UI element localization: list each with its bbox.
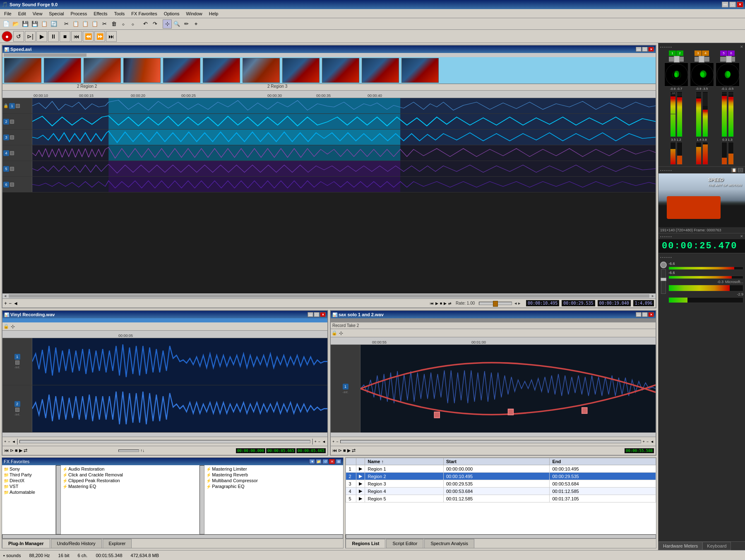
ch12-fader[interactable]	[669, 57, 684, 62]
vinyl-remove-btn[interactable]: −	[8, 440, 10, 444]
region-play-5[interactable]: ▶	[356, 495, 365, 502]
vinyl-content-1[interactable]	[32, 338, 327, 385]
sax-go-start-btn[interactable]: ⏮	[332, 448, 337, 453]
fx-left-vscroll[interactable]	[199, 465, 204, 534]
speed-avi-titlebar[interactable]: 📊 Speed.avi — □ ✕	[2, 46, 656, 53]
loop-button[interactable]: ↺	[13, 31, 24, 42]
sax-scroll-top[interactable]	[331, 318, 656, 322]
fx-tree-vscroll[interactable]	[56, 465, 61, 534]
speedavi-maximize[interactable]: □	[642, 47, 648, 52]
rate-slider[interactable]	[479, 302, 512, 305]
vinyl-mute-2[interactable]	[15, 408, 19, 412]
vinyl-zoom-fit-btn[interactable]: ◄	[322, 440, 326, 444]
menu-edit[interactable]: Edit	[15, 10, 29, 17]
ch34-fader[interactable]	[695, 57, 709, 62]
video-copy-btn[interactable]: 📋	[731, 168, 737, 173]
track-mute-2[interactable]	[10, 120, 14, 124]
fx-item-multiband[interactable]: ⚡ Multiband Compressor	[205, 478, 342, 483]
sax-hscroll-inner[interactable]	[340, 440, 641, 443]
track-mute-1[interactable]	[16, 104, 20, 108]
go-start-button[interactable]: ⏮	[71, 31, 82, 42]
track-content-3[interactable]	[32, 130, 656, 145]
region-play-2[interactable]: ▶	[356, 473, 365, 480]
play-sel-btn[interactable]: ▶	[444, 301, 447, 305]
tab-script-editor[interactable]: Script Editor	[386, 539, 423, 548]
vinyl-hscroll-inner[interactable]	[19, 440, 310, 443]
play-button[interactable]: ▶	[36, 31, 47, 42]
tab-regions-list[interactable]: Regions List	[346, 539, 385, 548]
vinyl-go-start-btn[interactable]: ⏮	[4, 448, 9, 453]
fx-item-mastering-limiter[interactable]: ⚡ Mastering Limiter	[205, 466, 342, 472]
speedavi-close[interactable]: ✕	[648, 47, 654, 52]
speedavi-hscroll[interactable]	[3, 53, 655, 57]
track-content-1[interactable]	[32, 98, 656, 113]
sax-loop-btn[interactable]: ⇄	[352, 448, 356, 453]
save-as-button[interactable]: 💾	[30, 19, 39, 29]
vinyl-mute-1[interactable]	[15, 361, 19, 365]
fx-item-mastering-reverb[interactable]: ⚡ Mastering Reverb	[205, 472, 342, 478]
fx-item-mastering-eq[interactable]: ⚡ Mastering EQ	[62, 483, 199, 489]
fx-tree-item-directx[interactable]: 📁 DirectX	[3, 478, 55, 483]
cut-button[interactable]: ✂	[62, 19, 71, 29]
delete-button[interactable]: 🗑	[109, 19, 118, 29]
vinyl-content-2[interactable]	[32, 385, 327, 432]
vinyl-rate-slider[interactable]	[118, 449, 139, 452]
paste-button[interactable]: 📋	[81, 19, 90, 29]
fx-hscroll[interactable]	[2, 534, 343, 538]
fx-tree-item-automatable[interactable]: 📁 Automatable	[3, 489, 55, 495]
col-name[interactable]: Name ↑	[365, 458, 443, 465]
fx-tree-item-thirdparty[interactable]: 📁 Third Party	[3, 472, 55, 478]
region-play-4[interactable]: ▶	[356, 488, 365, 495]
fx-item-audio-restoration[interactable]: ⚡ Audio Restoration	[62, 466, 199, 472]
track-mute-6[interactable]	[10, 183, 14, 187]
add-marker-btn[interactable]: +	[4, 300, 7, 306]
col-start[interactable]: Start	[443, 458, 550, 465]
vinyl-titlebar[interactable]: 📊 Vinyl Recording.wav — □ ✕	[2, 311, 327, 318]
ch1-tab[interactable]: 1	[669, 50, 676, 56]
menu-options[interactable]: Options	[161, 10, 183, 17]
ch4-tab[interactable]: 4	[702, 50, 709, 56]
sax-play-cursor-btn[interactable]: ⊳	[338, 448, 342, 453]
menu-tools[interactable]: Tools	[111, 10, 128, 17]
redo-button[interactable]: ↷	[150, 19, 159, 29]
ch3-tab[interactable]: 3	[695, 50, 702, 56]
go-end-button[interactable]: ⏭	[106, 31, 117, 42]
copy-button[interactable]: 📋	[71, 19, 80, 29]
vinyl-stop-btn[interactable]: ■	[15, 448, 18, 453]
region-play-3[interactable]: ▶	[356, 480, 365, 488]
zoom-tool[interactable]: 🔍	[172, 19, 181, 29]
sax-zoom-fit-btn[interactable]: ◄	[650, 440, 654, 444]
region-play-1[interactable]: ▶	[356, 465, 365, 473]
vinyl-maximize[interactable]: □	[314, 312, 320, 317]
fx-item-clipped-peak[interactable]: ⚡ Clipped Peak Restoration	[62, 478, 199, 483]
video-expand-btn[interactable]: □	[738, 168, 743, 173]
col-num[interactable]	[346, 458, 356, 465]
rewind-button[interactable]: ⏪	[83, 31, 94, 42]
split-button[interactable]: ⬦	[119, 19, 128, 29]
pause-button[interactable]: ⏸	[48, 31, 59, 42]
ch2-tab[interactable]: 2	[676, 50, 683, 56]
tab-plugin-manager[interactable]: Plug-In Manager	[2, 539, 50, 548]
ch6-tab[interactable]: 6	[728, 50, 735, 56]
ch5-tab[interactable]: 5	[720, 50, 727, 56]
fx-new-btn[interactable]: 📁	[316, 459, 322, 464]
fx-item-click-crackle[interactable]: ⚡ Click and Crackle Removal	[62, 472, 199, 478]
marker-scroll-btn[interactable]: ◄	[13, 300, 18, 306]
vinyl-zoom-in-btn[interactable]: +	[315, 440, 317, 444]
menu-view[interactable]: View	[29, 10, 46, 17]
vinyl-scroll-btn[interactable]: ◄	[12, 440, 16, 444]
stop-button[interactable]: ■	[60, 31, 70, 42]
track-content-5[interactable]	[32, 161, 656, 176]
close-file-button[interactable]: 📋	[40, 19, 49, 29]
hw-fader[interactable]	[661, 269, 666, 294]
tab-keyboard[interactable]: Keyboard	[702, 542, 731, 550]
timecode-close-btn[interactable]: ✕	[740, 234, 743, 238]
mix-button[interactable]: ⬦	[128, 19, 137, 29]
menu-help[interactable]: Help	[206, 10, 222, 17]
record-button[interactable]: ●	[2, 31, 12, 42]
prev-region-btn[interactable]: ⏮	[430, 301, 434, 305]
sax-minimize[interactable]: —	[636, 312, 642, 317]
col-play[interactable]	[356, 458, 365, 465]
col-end[interactable]: End	[550, 458, 656, 465]
tab-undo-redo[interactable]: Undo/Redo History	[51, 539, 102, 548]
